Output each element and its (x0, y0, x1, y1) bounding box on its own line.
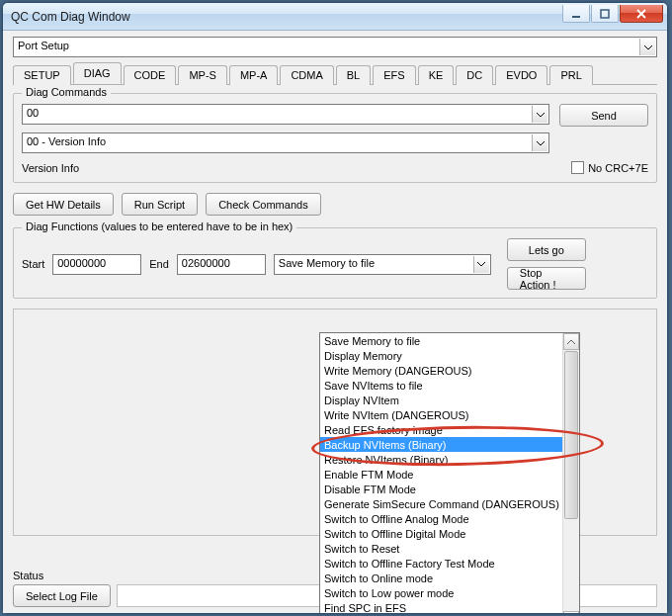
chevron-down-icon[interactable] (639, 39, 655, 55)
diag-preset-value: 00 - Version Info (27, 135, 106, 147)
chevron-down-icon[interactable] (532, 134, 547, 151)
dropdown-option[interactable]: Switch to Offline Digital Mode (320, 526, 562, 541)
end-label: End (149, 258, 169, 270)
action-button-row: Get HW Details Run Script Check Commands (13, 193, 657, 216)
svg-rect-1 (601, 10, 609, 18)
dropdown-option[interactable]: Save Memory to file (320, 333, 562, 348)
dropdown-option[interactable]: Display Memory (320, 348, 562, 363)
dropdown-option[interactable]: Display NVItem (320, 393, 562, 407)
client-area: Port Setup SETUPDIAGCODEMP-SMP-ACDMABLEF… (3, 31, 667, 613)
no-crc-label: No CRC+7E (588, 162, 648, 174)
dropdown-option[interactable]: Find SPC in EFS (320, 600, 562, 613)
close-button[interactable] (620, 5, 663, 23)
dropdown-option[interactable]: Restore NVItems (Binary) (320, 452, 562, 467)
tab-ke[interactable]: KE (418, 65, 455, 85)
tab-cdma[interactable]: CDMA (280, 65, 333, 85)
status-label: Status (13, 570, 43, 581)
version-info-label: Version Info (22, 162, 79, 174)
tab-setup[interactable]: SETUP (13, 65, 71, 85)
select-log-file-button[interactable]: Select Log File (13, 584, 111, 607)
tab-bl[interactable]: BL (336, 65, 371, 85)
diag-function-combo[interactable]: Save Memory to file (274, 254, 491, 275)
chevron-down-icon[interactable] (473, 256, 489, 273)
titlebar[interactable]: QC Com Diag Window (3, 3, 667, 31)
dropdown-option[interactable]: Switch to Offline Analog Mode (320, 511, 562, 526)
dropdown-option[interactable]: Disable FTM Mode (320, 482, 562, 496)
tab-mp-s[interactable]: MP-S (178, 65, 227, 85)
tab-evdo[interactable]: EVDO (495, 65, 547, 85)
dropdown-option[interactable]: Backup NVItems (Binary) (320, 437, 562, 452)
port-setup-value: Port Setup (18, 40, 69, 51)
chevron-down-icon[interactable] (532, 106, 547, 123)
check-commands-button[interactable]: Check Commands (206, 193, 320, 216)
svg-rect-0 (572, 16, 580, 18)
diag-cmd-input[interactable]: 00 (22, 104, 549, 125)
scroll-down-button[interactable] (563, 611, 579, 613)
scrollbar[interactable] (562, 333, 579, 613)
dropdown-option[interactable]: Write NVItem (DANGEROUS) (320, 407, 562, 422)
stop-action-button[interactable]: Stop Action ! (507, 267, 586, 290)
dropdown-option[interactable]: Write Memory (DANGEROUS) (320, 363, 562, 378)
diag-function-value: Save Memory to file (279, 257, 375, 269)
minimize-button[interactable] (562, 5, 590, 23)
tab-code[interactable]: CODE (124, 65, 177, 85)
run-script-button[interactable]: Run Script (122, 193, 198, 216)
tab-mp-a[interactable]: MP-A (229, 65, 279, 85)
dropdown-option[interactable]: Read EFS factory image (320, 422, 562, 437)
diag-function-dropdown-list[interactable]: Save Memory to fileDisplay MemoryWrite M… (319, 332, 580, 613)
send-button[interactable]: Send (559, 104, 648, 127)
end-input[interactable]: 02600000 (177, 254, 266, 275)
get-hw-details-button[interactable]: Get HW Details (13, 193, 114, 216)
checkbox-icon (571, 161, 584, 174)
diag-functions-legend: Diag Functions (values to be entered hav… (22, 220, 296, 232)
tab-dc[interactable]: DC (456, 65, 493, 85)
maximize-button[interactable] (591, 5, 619, 23)
tab-diag[interactable]: DIAG (73, 62, 122, 84)
dropdown-option[interactable]: Generate SimSecure Command (DANGEROUS) (320, 496, 562, 511)
dropdown-option[interactable]: Save NVItems to file (320, 378, 562, 393)
diag-preset-combo[interactable]: 00 - Version Info (22, 132, 549, 153)
dropdown-option[interactable]: Switch to Reset (320, 541, 562, 556)
start-input[interactable]: 00000000 (52, 254, 141, 275)
diag-functions-group: Diag Functions (values to be entered hav… (13, 227, 657, 299)
diag-cmd-value: 00 (27, 107, 39, 119)
no-crc-checkbox[interactable]: No CRC+7E (571, 161, 648, 174)
dropdown-option[interactable]: Enable FTM Mode (320, 467, 562, 482)
window-controls (561, 5, 663, 23)
tabstrip: SETUPDIAGCODEMP-SMP-ACDMABLEFSKEDCEVDOPR… (13, 63, 657, 85)
dropdown-option[interactable]: Switch to Online mode (320, 571, 562, 585)
tab-efs[interactable]: EFS (373, 65, 415, 85)
lets-go-button[interactable]: Lets go (507, 238, 586, 261)
scroll-thumb[interactable] (564, 351, 578, 519)
window-title: QC Com Diag Window (11, 10, 130, 24)
scroll-up-button[interactable] (563, 333, 579, 350)
port-setup-combo[interactable]: Port Setup (13, 37, 657, 57)
diag-commands-group: Diag Commands 00 Send 00 - Version Info (13, 93, 657, 183)
app-window: QC Com Diag Window Port Setup SETUPDIAGC… (2, 2, 668, 614)
diag-commands-legend: Diag Commands (22, 86, 111, 98)
tab-prl[interactable]: PRL (549, 65, 592, 85)
start-label: Start (22, 258, 44, 270)
dropdown-option[interactable]: Switch to Low power mode (320, 585, 562, 600)
dropdown-option[interactable]: Switch to Offline Factory Test Mode (320, 556, 562, 571)
